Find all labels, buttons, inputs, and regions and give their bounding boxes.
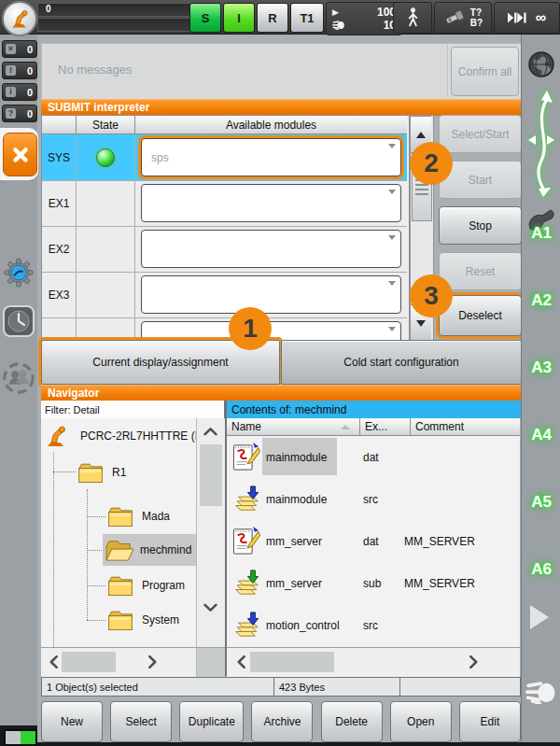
new-button[interactable]: New	[41, 701, 103, 742]
override-panel[interactable]: ▶ 100 10	[326, 2, 402, 35]
ex3-module-combobox[interactable]	[141, 275, 401, 314]
stop-button[interactable]: Stop	[439, 206, 522, 245]
status-key-robot-label: R	[268, 11, 276, 25]
warning-counter-badge[interactable]: ! 0	[2, 62, 37, 79]
table-row-sys[interactable]: SYS sps	[42, 134, 407, 181]
duplicate-button[interactable]: Duplicate	[179, 701, 244, 742]
confirm-all-button[interactable]: Confirm all	[451, 47, 519, 96]
clock-button[interactable]	[3, 304, 35, 338]
column-header-modules[interactable]: Available modules	[135, 116, 407, 134]
file-column-ext[interactable]: Ex...	[360, 418, 411, 436]
tool-base-panel[interactable]: T? B?	[434, 2, 492, 34]
select-button[interactable]: Select	[110, 701, 172, 742]
stop-label: Stop	[469, 219, 492, 232]
message-counter-value: 0	[46, 4, 51, 14]
continuous-run-icon: ∞	[536, 9, 546, 26]
sys-module-combobox[interactable]: sps	[141, 138, 401, 176]
scroll-right-chevron[interactable]	[148, 655, 158, 669]
reset-label: Reset	[466, 265, 495, 278]
program-run-mode-panel[interactable]: ∞	[494, 2, 560, 34]
file-row-mainmodule-dat[interactable]: mainmodule dat	[227, 436, 520, 478]
table-row-partial[interactable]	[42, 317, 407, 343]
axis-label-a6: A6	[522, 560, 560, 579]
file-row-mmserver-sub[interactable]: mm_server sub MM_SERVER	[227, 562, 520, 604]
combo-dropdown-icon[interactable]	[388, 235, 396, 240]
archive-button[interactable]: Archive	[251, 701, 313, 742]
walking-person-icon	[406, 7, 420, 29]
dialog-icon: ?	[6, 108, 16, 119]
info-counter-badge[interactable]: i 0	[2, 83, 37, 101]
state-header-label: State	[92, 119, 119, 132]
scroll-left-chevron[interactable]	[49, 655, 59, 669]
play-softkey[interactable]	[530, 605, 549, 629]
play-icon: ▶	[332, 7, 339, 17]
scroll-down-chevron[interactable]	[203, 603, 217, 612]
ex1-module-combobox[interactable]	[141, 184, 401, 222]
file-name: mm_server	[266, 535, 322, 548]
annotation-circle-2: 2	[410, 142, 453, 185]
file-ext: sub	[363, 577, 381, 590]
sys-module-value: sps	[151, 151, 169, 164]
status-key-submit[interactable]: S	[189, 3, 221, 33]
status-message-field[interactable]	[37, 18, 193, 32]
file-row-mmserver-dat[interactable]: mm_server dat MM_SERVER	[227, 520, 520, 562]
scroll-up-chevron[interactable]	[203, 427, 217, 436]
dialog-counter-badge[interactable]: ? 0	[2, 105, 37, 122]
combo-dropdown-icon[interactable]	[388, 327, 396, 331]
left-sidebar: × 0 ! 0 i 0 ? 0	[0, 34, 37, 746]
up-triangle-icon	[416, 132, 426, 138]
file-column-name[interactable]: Name	[227, 418, 360, 436]
main-menu-robot-button[interactable]	[2, 1, 37, 36]
space-mouse-curve-icon	[527, 90, 555, 198]
combo-dropdown-icon[interactable]	[388, 190, 396, 194]
info-count: 0	[27, 87, 33, 98]
table-row-ex3[interactable]: EX3	[42, 272, 407, 318]
file-row-motioncontrol-src[interactable]: motion_control src	[227, 604, 520, 646]
settings-button[interactable]	[4, 258, 34, 288]
column-header-state[interactable]: State	[77, 116, 135, 134]
user-group-button[interactable]	[2, 360, 35, 396]
file-name: mainmodule	[266, 493, 327, 506]
hand-jog-icon[interactable]	[525, 682, 555, 704]
info-icon: i	[6, 87, 16, 97]
tree-program-label: Program	[142, 579, 185, 592]
src-file-icon	[232, 611, 260, 639]
tree-mada-label: Mada	[142, 510, 170, 523]
comment-column-label: Comment	[415, 420, 464, 433]
edit-label: Edit	[481, 715, 500, 728]
jog-mode-panel[interactable]	[393, 2, 432, 34]
cold-start-tab[interactable]: Cold start configuration	[281, 340, 522, 385]
open-button[interactable]: Open	[390, 701, 452, 742]
scroll-left-chevron[interactable]	[237, 655, 246, 669]
delete-button[interactable]: Delete	[321, 701, 383, 742]
start-label: Start	[469, 174, 492, 187]
tool-icon	[443, 8, 466, 27]
close-button[interactable]	[3, 133, 37, 176]
file-row-mainmodule-src[interactable]: mainmodule src	[227, 478, 520, 520]
edit-button[interactable]: Edit	[459, 701, 521, 742]
error-counter-badge[interactable]: × 0	[2, 40, 37, 58]
status-key-drives-label: I	[237, 11, 241, 25]
battery-left-segment	[6, 731, 21, 744]
status-key-submit-label: S	[202, 11, 210, 25]
file-column-comment[interactable]: Comment	[411, 418, 520, 436]
scroll-right-chevron[interactable]	[469, 655, 479, 669]
files-hscroll-thumb[interactable]	[250, 652, 334, 672]
tree-hscroll-thumb[interactable]	[62, 652, 116, 672]
reset-button[interactable]: Reset	[439, 252, 522, 290]
table-row-ex2[interactable]: EX2	[42, 226, 407, 273]
message-counter-field[interactable]: 0	[37, 3, 193, 17]
status-key-opmode[interactable]: T1	[290, 3, 324, 33]
status-key-drives[interactable]: I	[223, 3, 255, 33]
tree-scrollbar-thumb[interactable]	[200, 444, 222, 506]
axis-label-a5: A5	[522, 493, 560, 512]
status-key-robot[interactable]: R	[257, 3, 288, 33]
file-ext: src	[363, 493, 378, 506]
drive-state-globe[interactable]	[527, 50, 555, 78]
combo-dropdown-icon[interactable]	[388, 144, 396, 148]
ex2-module-combobox[interactable]	[141, 230, 401, 268]
select-label: Select	[125, 715, 156, 728]
combo-dropdown-icon[interactable]	[388, 281, 396, 286]
table-row-ex1[interactable]: EX1	[42, 180, 407, 227]
select-start-button[interactable]: Select/Start	[439, 115, 522, 153]
